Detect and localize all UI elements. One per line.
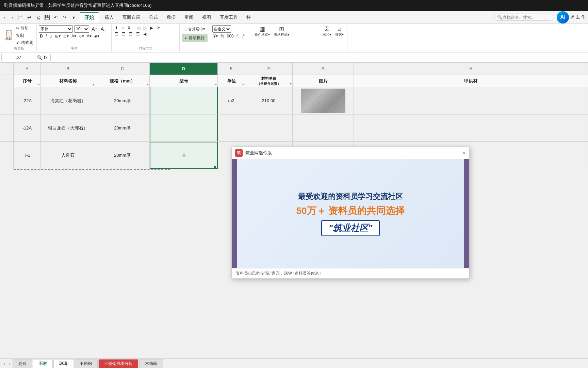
- popup-close-btn[interactable]: ✕: [462, 150, 466, 156]
- align-center2-btn[interactable]: ☰: [121, 31, 127, 37]
- italic-btn[interactable]: I: [45, 33, 48, 39]
- align-left-btn[interactable]: ◁: [136, 25, 141, 31]
- cell-row1-C[interactable]: 20mm厚: [95, 87, 150, 114]
- paste-btn[interactable]: 📋 粘贴: [3, 29, 14, 42]
- brand-btn2[interactable]: 主: [576, 14, 580, 20]
- col-header-H[interactable]: H: [354, 63, 588, 75]
- increase-font-btn[interactable]: A↑: [91, 26, 98, 32]
- corner-cell[interactable]: [0, 63, 14, 75]
- cell-row1-A[interactable]: -22A: [14, 87, 41, 114]
- auto-wrap-btn[interactable]: ↵ 自动换行: [182, 34, 208, 42]
- shape-btn[interactable]: ◇▾: [78, 33, 85, 39]
- align-top-btn[interactable]: ⬆: [114, 25, 119, 31]
- filter-arrow-B[interactable]: ▾: [93, 83, 94, 86]
- print-icon[interactable]: 🖨: [34, 13, 42, 21]
- sheet-tab-cizhan[interactable]: 瓷砖: [13, 359, 32, 368]
- col-header-D[interactable]: D: [150, 63, 218, 75]
- filter-arrow-E[interactable]: ▾: [242, 83, 244, 86]
- sheet-tab-musimiean[interactable]: 木饰面: [139, 359, 163, 368]
- justify-btn[interactable]: ☰: [135, 31, 141, 37]
- table-style-btn[interactable]: ⊞ 表格样式▾: [273, 25, 291, 38]
- cell-row2-H[interactable]: [354, 114, 588, 141]
- cell-row2-E[interactable]: [218, 114, 245, 141]
- align-center-btn[interactable]: ▷: [143, 25, 148, 31]
- tab-review[interactable]: 审阅: [180, 12, 197, 23]
- tab-formula[interactable]: 公式: [145, 12, 162, 23]
- fill-handle[interactable]: [214, 166, 216, 168]
- formula-input[interactable]: [53, 54, 587, 61]
- sheet-tab-buxiugang-cost[interactable]: 不锈钢成本分析: [98, 359, 138, 368]
- sheet-tab-buxiugang[interactable]: 不锈钢: [74, 359, 98, 368]
- cell-row3-B[interactable]: 人造石: [41, 142, 95, 169]
- align-left2-btn[interactable]: ☰: [114, 31, 119, 37]
- tab-page-layout[interactable]: 页面布局: [118, 12, 144, 23]
- col-header-E[interactable]: E: [218, 63, 245, 75]
- cell-row1-H[interactable]: [354, 87, 588, 114]
- cell-row3-D-active[interactable]: ✛: [150, 142, 218, 169]
- cell-row1-D[interactable]: [150, 87, 218, 114]
- cell-header-D[interactable]: 型号 ▾: [150, 75, 218, 87]
- align-bottom-btn[interactable]: ⬇: [126, 25, 132, 31]
- cell-row2-D[interactable]: [150, 114, 218, 141]
- filter-btn[interactable]: ⊿ 筛选▾: [334, 25, 345, 38]
- brand-btn1[interactable]: 求: [570, 14, 574, 20]
- align-middle-btn[interactable]: ≡: [120, 25, 125, 31]
- sheet-tab-boli[interactable]: 玻璃: [53, 359, 73, 368]
- save-icon[interactable]: 💾: [43, 13, 51, 21]
- cell-row2-C[interactable]: 20mm厚: [95, 114, 150, 141]
- indent-dec-btn[interactable]: ◀: [142, 31, 147, 37]
- cell-header-B[interactable]: 材料名称 ▾: [41, 75, 95, 87]
- cell-header-H[interactable]: 甲供材: [354, 75, 588, 87]
- cut-btn[interactable]: ✂ 剪切: [15, 25, 34, 32]
- cell-header-F[interactable]: 材料单价（含税含运费） ▾: [245, 75, 293, 87]
- undo-icon[interactable]: ↶: [52, 13, 60, 21]
- cell-reference[interactable]: [1, 54, 35, 61]
- cell-row2-G[interactable]: [293, 114, 354, 141]
- tab-view[interactable]: 视图: [198, 12, 215, 23]
- tab-special[interactable]: 特: [242, 12, 255, 23]
- cell-row3-A[interactable]: T-1: [14, 142, 41, 169]
- decrease-font-btn[interactable]: A↓: [100, 26, 107, 32]
- cell-row3-C[interactable]: 20mm厚: [95, 142, 150, 169]
- redo-icon[interactable]: ↷: [61, 13, 69, 21]
- tab-insert[interactable]: 插入: [101, 12, 118, 23]
- align-right-btn[interactable]: ▶: [149, 25, 154, 31]
- new-file-icon[interactable]: 📄: [16, 13, 24, 21]
- brand-btn3[interactable]: 作: [581, 14, 585, 20]
- cell-header-E[interactable]: 单位 ▾: [218, 75, 245, 87]
- ribbon-nav-back[interactable]: ‹: [1, 14, 8, 21]
- tab-developer[interactable]: 开发工具: [216, 12, 242, 23]
- filter-arrow-A[interactable]: ▾: [38, 83, 40, 86]
- cell-row1-G[interactable]: [293, 87, 354, 114]
- copy-btn[interactable]: 复制: [15, 32, 34, 39]
- effect-btn[interactable]: ◈▾: [93, 33, 100, 39]
- col-header-C[interactable]: C: [95, 63, 150, 75]
- merge-center-btn[interactable]: ⊞ 合并居中▾: [182, 25, 208, 33]
- undo-save-icon[interactable]: ↩: [25, 13, 33, 21]
- format-painter-btn[interactable]: 🖌 格式刷: [15, 40, 34, 46]
- cell-row2-F[interactable]: [245, 114, 293, 141]
- tab-data[interactable]: 数据: [163, 12, 180, 23]
- highlight-btn[interactable]: A▾: [70, 33, 77, 39]
- cell-color-btn[interactable]: ◻▾: [62, 33, 70, 39]
- currency-btn[interactable]: ¥▾: [212, 33, 219, 39]
- conditional-format-btn[interactable]: ▦ 条件格式▾: [253, 25, 271, 38]
- col-header-A[interactable]: A: [14, 63, 41, 75]
- col-header-F[interactable]: F: [245, 63, 293, 75]
- cell-row2-A[interactable]: -12A: [14, 114, 41, 141]
- cell-row1-E[interactable]: m2: [218, 87, 245, 114]
- cell-header-G[interactable]: 图片: [293, 75, 354, 87]
- align-right2-btn[interactable]: ☰: [128, 31, 134, 37]
- col-header-G[interactable]: G: [293, 63, 354, 75]
- search-input[interactable]: [503, 15, 550, 20]
- cell-header-A[interactable]: 序号 ▾: [14, 75, 41, 87]
- sheet-nav-next[interactable]: ›: [7, 361, 13, 366]
- arrow-down-icon[interactable]: ▾: [69, 13, 78, 21]
- thousands-btn[interactable]: 000: [226, 33, 235, 39]
- col-header-B[interactable]: B: [41, 63, 95, 75]
- underline-btn[interactable]: U: [48, 33, 53, 39]
- rotate-btn[interactable]: ⟳: [156, 25, 161, 31]
- cell-header-C[interactable]: 规格（mm） ▾: [95, 75, 150, 87]
- cell-row1-F[interactable]: 210.00: [245, 87, 293, 114]
- font-size-select[interactable]: 10: [74, 25, 89, 33]
